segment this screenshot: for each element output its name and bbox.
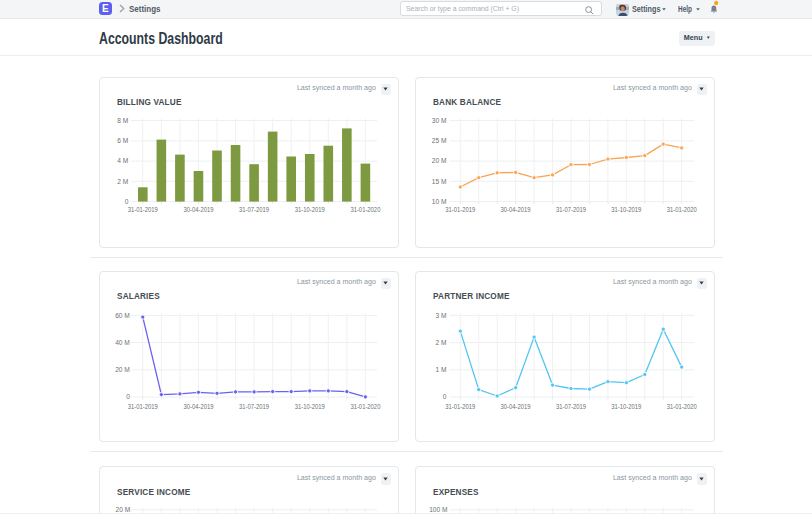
- svg-text:31-01-2020: 31-01-2020: [667, 402, 697, 409]
- svg-text:31-01-2019: 31-01-2019: [445, 402, 475, 409]
- svg-text:30 M: 30 M: [432, 116, 447, 123]
- svg-text:4 M: 4 M: [117, 157, 128, 164]
- svg-text:31-10-2019: 31-10-2019: [611, 402, 641, 409]
- svg-text:20 M: 20 M: [115, 366, 130, 373]
- svg-text:30-04-2019: 30-04-2019: [184, 402, 214, 409]
- svg-text:31-01-2019: 31-01-2019: [445, 206, 475, 213]
- svg-text:0: 0: [443, 393, 447, 400]
- svg-text:31-01-2020: 31-01-2020: [350, 206, 380, 213]
- svg-text:8 M: 8 M: [117, 116, 128, 123]
- svg-text:20 M: 20 M: [116, 506, 131, 513]
- svg-text:31-10-2019: 31-10-2019: [295, 402, 325, 409]
- svg-text:0: 0: [126, 393, 130, 400]
- svg-text:31-01-2020: 31-01-2020: [667, 206, 697, 213]
- svg-text:20 M: 20 M: [432, 157, 447, 164]
- svg-text:1 M: 1 M: [436, 366, 447, 373]
- svg-text:31-01-2019: 31-01-2019: [128, 402, 158, 409]
- svg-text:31-07-2019: 31-07-2019: [239, 402, 269, 409]
- svg-text:31-07-2019: 31-07-2019: [556, 206, 586, 213]
- svg-text:40 M: 40 M: [115, 338, 130, 345]
- svg-text:15 M: 15 M: [432, 177, 447, 184]
- svg-text:30-04-2019: 30-04-2019: [501, 402, 531, 409]
- svg-text:3 M: 3 M: [436, 311, 447, 318]
- svg-text:31-10-2019: 31-10-2019: [611, 206, 641, 213]
- svg-text:0: 0: [125, 197, 129, 204]
- svg-text:30-04-2019: 30-04-2019: [501, 206, 531, 213]
- svg-text:31-07-2019: 31-07-2019: [239, 206, 269, 213]
- svg-text:25 M: 25 M: [432, 137, 447, 144]
- svg-text:31-07-2019: 31-07-2019: [556, 402, 586, 409]
- svg-text:6 M: 6 M: [117, 137, 128, 144]
- svg-text:100 M: 100 M: [429, 506, 447, 513]
- svg-text:60 M: 60 M: [115, 311, 130, 318]
- svg-text:31-10-2019: 31-10-2019: [295, 206, 325, 213]
- svg-text:2 M: 2 M: [117, 177, 128, 184]
- svg-text:10 M: 10 M: [432, 197, 447, 204]
- svg-text:31-01-2019: 31-01-2019: [128, 206, 158, 213]
- svg-text:30-04-2019: 30-04-2019: [184, 206, 214, 213]
- svg-text:31-01-2020: 31-01-2020: [350, 402, 380, 409]
- svg-text:2 M: 2 M: [436, 338, 447, 345]
